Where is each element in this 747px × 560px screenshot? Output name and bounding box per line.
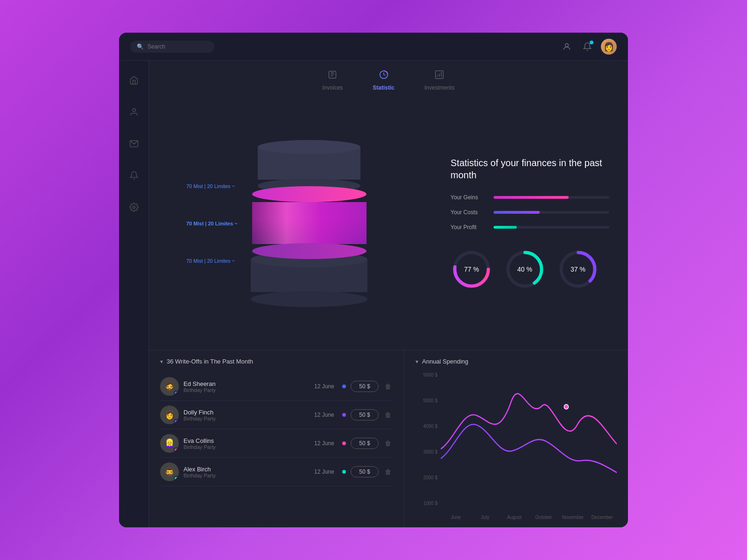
investments-icon (435, 70, 444, 82)
topbar-right: 👩 (560, 39, 617, 55)
wo-avatar-dolly: 👩 (160, 406, 179, 424)
svg-point-3 (133, 206, 135, 209)
sidebar-item-notifications[interactable] (126, 167, 142, 184)
y-label-2000: 2000 $ (416, 475, 441, 480)
writeoff-item: 🧔‍♂️ Alex Birch Birthday Party 12 June 5… (160, 458, 393, 486)
spending-panel: ▾ Annual Spending 5000 $ 5000 $ 4000 $ 3… (404, 350, 628, 527)
nav-tabs: Invoices Statistic (149, 61, 628, 97)
writeoffs-title: 36 Write-Offs in The Past Month (167, 358, 253, 365)
cake-label-bot: 70 Mist | 20 Limites ~ (186, 258, 238, 264)
wo-dot-eva (342, 441, 346, 445)
wo-amount-alex: 50 $ (351, 466, 379, 477)
wo-delete-alex[interactable]: 🗑 (383, 468, 393, 476)
wo-info-dolly: Dolly Finch Birthday Party (183, 409, 310, 421)
gains-bar-bg (493, 196, 609, 199)
costs-bar-bg (493, 211, 609, 214)
user-icon[interactable] (560, 40, 574, 54)
search-box[interactable]: 🔍 (130, 41, 214, 53)
y-label-5000b: 5000 $ (416, 398, 441, 403)
tab-invoices[interactable]: Invoices (318, 68, 346, 93)
donut-gains-label: 77 % (464, 266, 479, 273)
content: Invoices Statistic (149, 61, 628, 527)
profit-bar-fill (493, 226, 517, 229)
spending-title: Annual Spending (422, 358, 468, 365)
writeoff-item: 👱‍♀️ Eva Collins Birthday Party 12 June … (160, 429, 393, 458)
sidebar-item-home[interactable] (126, 72, 142, 89)
wo-name-eva: Eva Collins (183, 437, 310, 444)
wo-date-alex: 12 June (314, 469, 338, 475)
writeoffs-header: ▾ 36 Write-Offs in The Past Month (160, 358, 393, 365)
stats-title: Statistics of your finances in the past … (451, 157, 609, 181)
writeoffs-panel: ▾ 36 Write-Offs in The Past Month 🧔 Ed S… (149, 350, 404, 527)
y-axis: 5000 $ 5000 $ 4000 $ 3000 $ 2000 $ 1000 … (416, 372, 441, 506)
writeoff-item: 🧔 Ed Sheeran Birthday Party 12 June 50 $… (160, 372, 393, 401)
wo-amount-ed: 50 $ (351, 381, 379, 392)
sidebar-item-users[interactable] (126, 104, 142, 120)
sidebar-item-mail[interactable] (126, 135, 142, 152)
wo-info-eva: Eva Collins Birthday Party (183, 437, 310, 450)
search-icon: 🔍 (137, 43, 144, 50)
donut-gains: 77 % (451, 248, 493, 290)
x-label-august: August (500, 515, 529, 520)
wo-avatar-badge-ed (174, 391, 178, 395)
x-label-june: June (441, 515, 471, 520)
avatar[interactable]: 👩 (601, 39, 617, 55)
line-chart-wrap (441, 372, 617, 506)
main-layout: Invoices Statistic (119, 61, 628, 527)
notification-badge (590, 41, 593, 44)
lower-content: ▾ 36 Write-Offs in The Past Month 🧔 Ed S… (149, 350, 628, 527)
svg-point-13 (564, 404, 568, 409)
svg-point-0 (565, 43, 569, 47)
svg-rect-4 (329, 71, 336, 78)
wo-name-dolly: Dolly Finch (183, 409, 310, 416)
topbar: 🔍 👩 (119, 33, 628, 61)
wo-dot-dolly (342, 413, 346, 417)
x-label-july: July (471, 515, 500, 520)
x-label-november: November (558, 515, 588, 520)
cake-label-top: 70 Mist | 20 Limites ~ (186, 183, 238, 189)
spending-header: ▾ Annual Spending (416, 358, 617, 365)
costs-bar-fill (493, 211, 540, 214)
y-label-4000: 4000 $ (416, 424, 441, 429)
notification-icon[interactable] (580, 40, 594, 54)
wo-amount-eva: 50 $ (351, 438, 379, 449)
tab-investments[interactable]: Investments (421, 68, 458, 93)
wo-delete-eva[interactable]: 🗑 (383, 440, 393, 447)
wo-avatar-badge-alex (174, 476, 178, 481)
invoices-icon (328, 70, 337, 82)
upper-content: 70 Mist | 20 Limites ~ 70 Mist | 20 Limi… (149, 97, 628, 350)
costs-label: Your Costs (451, 209, 488, 216)
y-label-1000: 1000 $ (416, 501, 441, 506)
wo-delete-ed[interactable]: 🗑 (383, 383, 393, 390)
x-label-october: October (529, 515, 558, 520)
profit-bar-bg (493, 226, 609, 229)
donut-profit-label: 37 % (571, 266, 585, 273)
tab-invoices-label: Invoices (322, 84, 343, 91)
wo-avatar-alex: 🧔‍♂️ (160, 462, 179, 481)
wo-avatar-ed: 🧔 (160, 377, 179, 396)
annual-chart-area: 5000 $ 5000 $ 4000 $ 3000 $ 2000 $ 1000 … (416, 372, 617, 520)
wo-info-alex: Alex Birch Birthday Party (183, 466, 310, 478)
cake-label-mid: 70 Mist | 20 Limites ~ (186, 221, 238, 226)
wo-delete-dolly[interactable]: 🗑 (383, 411, 393, 419)
sidebar (119, 61, 149, 527)
wo-amount-dolly: 50 $ (351, 409, 379, 420)
app-window: 🔍 👩 (119, 33, 628, 527)
writeoffs-chevron: ▾ (160, 358, 163, 365)
tab-statistic[interactable]: Statistic (369, 68, 398, 93)
profit-label: Your Profit (451, 224, 488, 231)
search-input[interactable] (148, 43, 204, 50)
gains-bar-fill (493, 196, 569, 199)
wo-date-eva: 12 June (314, 440, 338, 447)
sidebar-item-settings[interactable] (126, 199, 142, 216)
wo-sub-dolly: Birthday Party (183, 416, 310, 421)
wo-sub-eva: Birthday Party (183, 444, 310, 450)
wo-name-ed: Ed Sheeran (183, 380, 310, 387)
wo-dot-alex (342, 470, 346, 474)
x-label-december: December (587, 515, 617, 520)
wo-avatar-badge-eva (174, 448, 178, 452)
donuts-row: 77 % 40 % (451, 248, 609, 290)
wo-sub-ed: Birthday Party (183, 387, 310, 393)
writeoff-item: 👩 Dolly Finch Birthday Party 12 June 50 … (160, 401, 393, 429)
donut-profit: 37 % (557, 248, 599, 290)
